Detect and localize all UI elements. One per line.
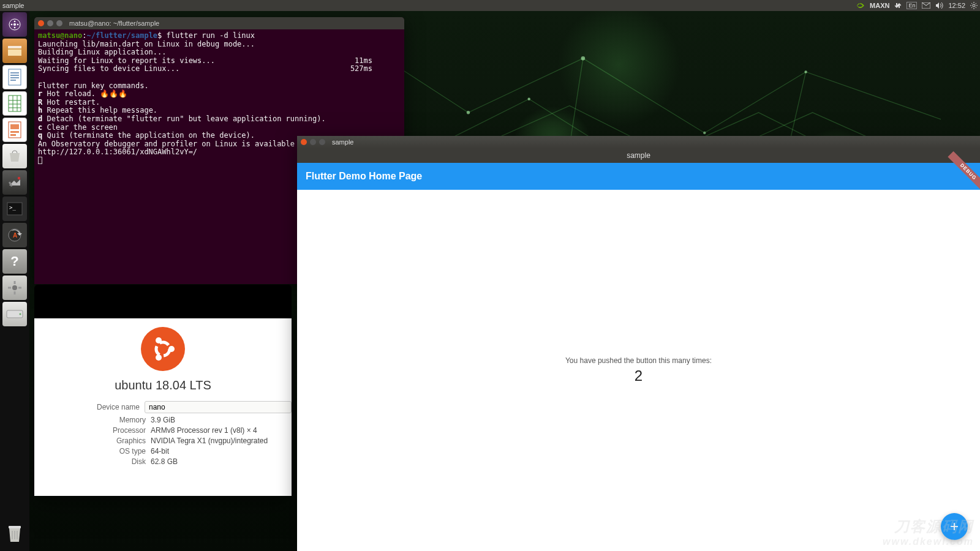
- launcher-impress-icon[interactable]: [2, 118, 27, 142]
- nvidia-icon[interactable]: [856, 1, 865, 10]
- flutter-window[interactable]: sample sample Flutter Demo Home Page DEB…: [297, 136, 892, 500]
- top-panel: sample MAXN En 12:52: [0, 0, 892, 11]
- about-label: Graphics: [34, 437, 151, 445]
- svg-text:A: A: [13, 232, 17, 239]
- terminal-titlebar[interactable]: matsu@nano: ~/flutter/sample: [34, 17, 404, 29]
- about-shadow: [34, 285, 292, 321]
- svg-rect-50: [14, 281, 16, 284]
- svg-point-24: [13, 23, 16, 26]
- svg-point-2: [467, 111, 470, 114]
- about-row-processor: ProcessorARMv8 Processor rev 1 (v8l) × 4: [34, 425, 292, 435]
- flutter-titlebar[interactable]: sample: [297, 136, 892, 148]
- launcher-settings-icon[interactable]: [2, 170, 27, 195]
- flutter-menubar: sample: [297, 148, 892, 163]
- about-dialog: ubuntu 18.04 LTS Device nameMemory3.9 Gi…: [34, 318, 292, 496]
- svg-rect-41: [10, 131, 19, 133]
- flutter-counter: 2: [635, 367, 643, 384]
- svg-point-63: [156, 342, 170, 356]
- close-icon[interactable]: [301, 139, 307, 145]
- svg-point-49: [12, 285, 17, 290]
- launcher-files-icon[interactable]: [2, 39, 27, 63]
- svg-point-55: [20, 313, 21, 315]
- minimize-icon[interactable]: [47, 20, 53, 26]
- about-value: ARMv8 Processor rev 1 (v8l) × 4: [151, 426, 292, 435]
- about-row-disk: Disk62.8 GB: [34, 456, 292, 467]
- about-row-memory: Memory3.9 GiB: [34, 414, 292, 425]
- about-value: 62.8 GB: [151, 457, 292, 466]
- terminal-title: matsu@nano: ~/flutter/sample: [69, 20, 159, 27]
- svg-point-43: [18, 177, 20, 179]
- flutter-appbar: Flutter Demo Home Page DEBUG: [297, 163, 892, 190]
- launcher-search-icon[interactable]: [2, 12, 27, 37]
- launcher-help-icon[interactable]: ?: [2, 249, 27, 274]
- svg-point-7: [527, 97, 530, 100]
- svg-point-3: [581, 56, 586, 61]
- ubuntu-logo-icon: [141, 327, 185, 371]
- launcher-update-icon[interactable]: A: [2, 223, 27, 247]
- maximize-icon[interactable]: [56, 20, 62, 26]
- svg-point-20: [14, 21, 16, 23]
- close-icon[interactable]: [38, 20, 44, 26]
- svg-point-22: [17, 24, 19, 26]
- about-row-graphics: GraphicsNVIDIA Tegra X1 (nvgpu)/integrat…: [34, 435, 292, 446]
- svg-rect-51: [14, 291, 16, 294]
- flutter-body: You have pushed the button this many tim…: [297, 190, 892, 500]
- flutter-window-title: sample: [332, 138, 353, 146]
- power-mode-label[interactable]: MAXN: [870, 2, 889, 9]
- svg-rect-33: [9, 96, 21, 111]
- about-row-os-type: OS type64-bit: [34, 446, 292, 456]
- launcher-writer-icon[interactable]: [2, 65, 27, 89]
- panel-window-title: sample: [2, 2, 24, 9]
- svg-rect-27: [8, 48, 21, 50]
- launcher-terminal-icon[interactable]: >_: [2, 197, 27, 221]
- about-label: Disk: [34, 457, 151, 466]
- about-label: Memory: [34, 416, 151, 424]
- svg-text:>_: >_: [9, 204, 16, 211]
- maximize-icon[interactable]: [319, 139, 325, 145]
- svg-rect-40: [10, 124, 19, 129]
- flutter-menubar-title: sample: [627, 151, 650, 160]
- launcher-calc-icon[interactable]: [2, 91, 27, 116]
- about-label: Device name: [34, 403, 145, 411]
- about-title: ubuntu 18.04 LTS: [34, 378, 292, 392]
- launcher-cog-icon[interactable]: [2, 276, 27, 300]
- svg-point-23: [14, 27, 16, 29]
- about-value: NVIDIA Tegra X1 (nvgpu)/integrated: [151, 437, 292, 445]
- about-label: Processor: [34, 426, 151, 435]
- launcher-software-icon[interactable]: [2, 144, 27, 168]
- svg-rect-42: [10, 134, 16, 136]
- svg-rect-28: [9, 69, 21, 85]
- about-label: OS type: [34, 447, 151, 455]
- minimize-icon[interactable]: [310, 139, 316, 145]
- about-row-device-name: Device name: [34, 400, 292, 414]
- flutter-body-text: You have pushed the button this many tim…: [565, 356, 712, 365]
- svg-rect-53: [18, 287, 21, 289]
- svg-point-5: [804, 70, 807, 73]
- flutter-appbar-title: Flutter Demo Home Page: [306, 171, 422, 182]
- device-name-input[interactable]: [145, 401, 292, 413]
- about-value: 3.9 GiB: [151, 416, 292, 424]
- svg-point-4: [703, 132, 706, 134]
- svg-point-21: [11, 24, 13, 26]
- launcher: >_ A ?: [0, 11, 29, 500]
- about-value: 64-bit: [151, 447, 292, 455]
- svg-rect-52: [8, 287, 11, 289]
- svg-rect-25: [8, 46, 21, 48]
- launcher-disk-icon[interactable]: [2, 302, 27, 326]
